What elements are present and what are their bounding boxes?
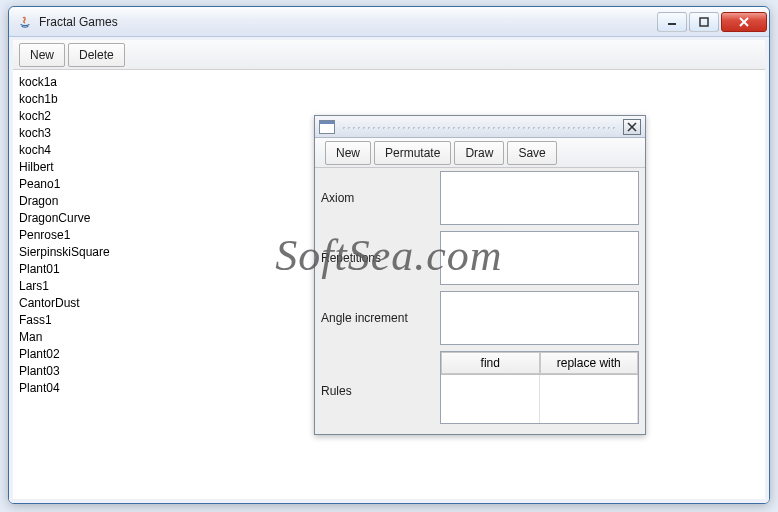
internal-body: Axiom Repetitions Angle increment Rules … (315, 168, 645, 434)
minimize-button[interactable] (657, 12, 687, 32)
internal-toolbar: New Permutate Draw Save (315, 138, 645, 168)
main-toolbar: New Delete (13, 40, 765, 70)
window-title: Fractal Games (39, 15, 655, 29)
internal-close-button[interactable] (623, 119, 641, 135)
internal-title-grip (341, 124, 617, 130)
rules-cell-replace[interactable] (540, 375, 639, 423)
axiom-label: Axiom (315, 168, 440, 228)
main-window: Fractal Games New Delete kock1akoch1bkoc… (8, 6, 770, 504)
svg-rect-1 (700, 18, 708, 26)
rules-header-find[interactable]: find (441, 352, 540, 374)
repetitions-label: Repetitions (315, 228, 440, 288)
draw-button[interactable]: Draw (454, 141, 504, 165)
internal-frame[interactable]: New Permutate Draw Save Axiom Repetition… (314, 115, 646, 435)
titlebar[interactable]: Fractal Games (9, 7, 769, 37)
save-button[interactable]: Save (507, 141, 556, 165)
internal-new-button[interactable]: New (325, 141, 371, 165)
rules-cell-find[interactable] (441, 375, 540, 423)
rules-header-replace[interactable]: replace with (540, 352, 639, 374)
list-item[interactable]: kock1a (17, 74, 761, 91)
delete-button[interactable]: Delete (68, 43, 125, 67)
angle-increment-label: Angle increment (315, 288, 440, 348)
internal-titlebar[interactable] (315, 116, 645, 138)
angle-increment-input[interactable] (440, 291, 639, 345)
new-button[interactable]: New (19, 43, 65, 67)
permutate-button[interactable]: Permutate (374, 141, 451, 165)
maximize-button[interactable] (689, 12, 719, 32)
internal-system-icon[interactable] (319, 120, 335, 134)
axiom-input[interactable] (440, 171, 639, 225)
repetitions-input[interactable] (440, 231, 639, 285)
list-item[interactable]: koch1b (17, 91, 761, 108)
close-button[interactable] (721, 12, 767, 32)
window-controls (655, 12, 767, 32)
rules-label: Rules (315, 348, 440, 434)
java-icon (17, 14, 33, 30)
rules-table[interactable]: find replace with (440, 351, 639, 424)
